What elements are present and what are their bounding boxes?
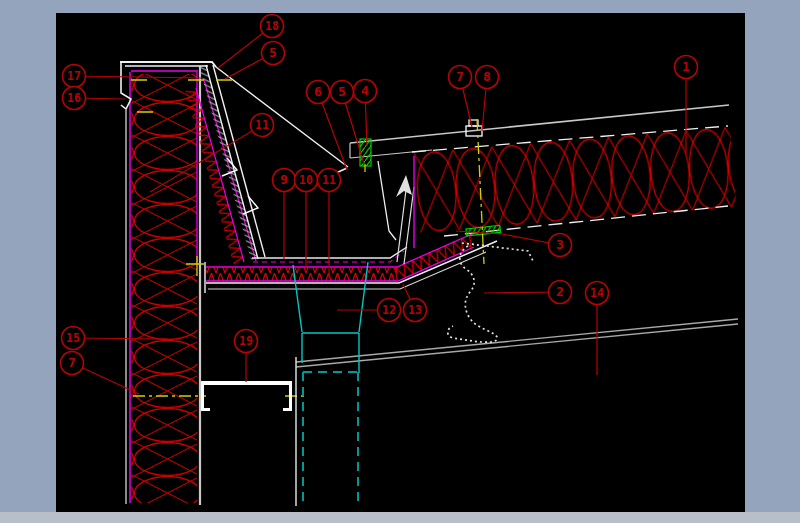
gutter-insulation: [206, 268, 397, 281]
callout-number-6: 6: [314, 84, 322, 99]
drawing-canvas[interactable]: 185171611654781910111213321415719: [0, 0, 800, 523]
callout-number-7: 7: [68, 355, 76, 370]
status-strip: [0, 512, 800, 523]
callout-number-5: 5: [338, 84, 346, 99]
callout-number-7: 7: [456, 69, 464, 84]
callout-number-13: 13: [408, 303, 422, 317]
callout-number-17: 17: [67, 69, 81, 83]
wall-insulation-batt: [131, 74, 197, 503]
callout-number-10: 10: [299, 173, 313, 187]
callout-number-18: 18: [265, 19, 279, 33]
callout-number-3: 3: [556, 237, 564, 252]
callout-number-2: 2: [556, 284, 564, 299]
callout-number-11: 11: [255, 118, 269, 132]
callout-number-5: 5: [269, 45, 277, 60]
callout-number-11: 11: [322, 173, 336, 187]
callout-number-14: 14: [590, 286, 604, 300]
callout-number-1: 1: [682, 59, 690, 74]
parapet-wall: [126, 66, 200, 505]
callout-number-12: 12: [382, 303, 396, 317]
sealant-strip-vertical: [360, 139, 371, 166]
callout-number-16: 16: [67, 91, 81, 105]
callout-number-9: 9: [280, 172, 288, 187]
callout-number-15: 15: [66, 331, 80, 345]
cad-viewer-window: 185171611654781910111213321415719: [0, 0, 800, 523]
callout-number-8: 8: [483, 69, 491, 84]
callout-number-19: 19: [239, 334, 253, 348]
callout-number-4: 4: [361, 83, 369, 98]
